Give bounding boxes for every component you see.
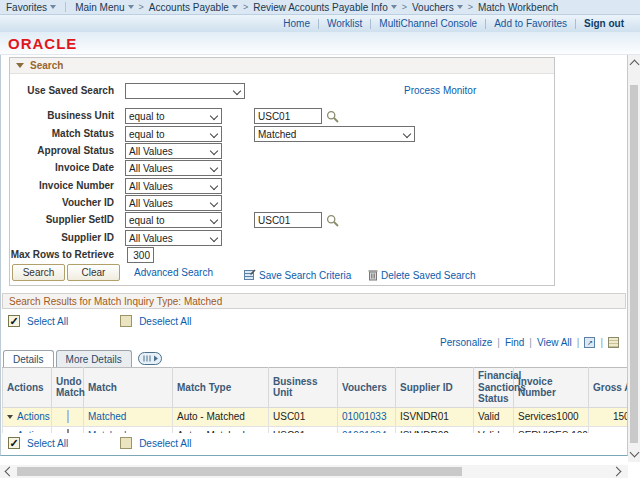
scroll-right-icon[interactable] [612, 467, 622, 477]
logo-bar: ORACLE [0, 32, 640, 55]
select-all-icon[interactable] [8, 315, 20, 327]
save-search-criteria-link[interactable]: Save Search Criteria [259, 270, 351, 281]
vertical-scrollbar[interactable] [628, 55, 640, 462]
advanced-search-link[interactable]: Advanced Search [134, 267, 213, 278]
horizontal-scrollbar-thumb[interactable] [17, 467, 462, 476]
grid-toolbar: Personalize | Find | View All | | [440, 336, 619, 349]
main-menu[interactable]: Main Menu [75, 2, 133, 13]
save-search-criteria-icon [244, 269, 256, 281]
invoice-date-select[interactable]: All Values [125, 160, 222, 176]
invoice-number-label: Invoice Number [10, 180, 114, 191]
divider [65, 2, 66, 12]
show-all-columns-icon[interactable] [138, 352, 162, 365]
col-header-match: Match [84, 368, 173, 408]
results-grid: Actions Undo Match Match Match Type Busi… [2, 367, 627, 433]
match-status-link[interactable]: Matched [88, 430, 126, 433]
home-link[interactable]: Home [283, 18, 310, 29]
select-chevron-icon [210, 130, 218, 138]
select-all-link[interactable]: Select All [27, 438, 68, 449]
actions-dropdown-icon[interactable] [7, 415, 13, 419]
supplier-id-select[interactable]: All Values [125, 230, 222, 246]
process-monitor-link[interactable]: Process Monitor [404, 85, 476, 96]
tab-details[interactable]: Details [3, 350, 54, 367]
match-status-operator-select[interactable]: equal to [125, 126, 222, 142]
grid-download-icon[interactable] [608, 337, 619, 348]
match-status-value-select[interactable]: Matched [254, 126, 415, 142]
grid-popup-window-icon[interactable] [584, 337, 595, 348]
favorites-menu[interactable]: Favorites [6, 2, 56, 13]
divider [318, 19, 319, 29]
select-all-link[interactable]: Select All [27, 316, 68, 327]
supplier-setid-operator-select[interactable]: equal to [125, 212, 222, 228]
top-nav: Home Worklist MultiChannel Console Add t… [0, 15, 640, 32]
supplier-setid-label: Supplier SetID [10, 214, 114, 225]
scroll-down-icon[interactable] [630, 448, 640, 458]
find-link[interactable]: Find [505, 337, 524, 348]
supplier-setid-lookup-icon[interactable] [326, 213, 339, 226]
scroll-left-icon[interactable] [5, 467, 15, 477]
voucher-link[interactable]: 01001034 [342, 430, 387, 433]
main-menu-label: Main Menu [75, 2, 124, 13]
business-unit-operator-select[interactable]: equal to [125, 108, 222, 124]
delete-saved-search-link[interactable]: Delete Saved Search [381, 270, 476, 281]
undo-match-checkbox[interactable] [67, 410, 69, 423]
divider [370, 19, 371, 29]
view-all-link[interactable]: View All [537, 337, 572, 348]
collapse-section-icon[interactable] [16, 63, 24, 68]
match-type-cell: Auto - Matched [173, 426, 269, 433]
business-unit-input[interactable] [254, 108, 322, 124]
invoice-number-select[interactable]: All Values [125, 178, 222, 194]
vertical-scrollbar-thumb[interactable] [630, 85, 638, 443]
clear-button[interactable]: Clear [67, 264, 120, 281]
select-all-icon[interactable] [8, 437, 20, 449]
select-chevron-icon [210, 164, 218, 172]
breadcrumb-accounts-payable[interactable]: Accounts Payable [149, 2, 238, 13]
multichannel-console-link[interactable]: MultiChannel Console [379, 18, 477, 29]
select-chevron-icon [233, 87, 241, 95]
gross-amt-cell: 150,000.00 [589, 407, 628, 426]
voucher-id-label: Voucher ID [10, 197, 114, 208]
sign-out-link[interactable]: Sign out [584, 18, 624, 29]
max-rows-input[interactable] [127, 247, 154, 263]
breadcrumb-review-ap-info[interactable]: Review Accounts Payable Info [253, 2, 397, 13]
col-header-match-type: Match Type [173, 368, 269, 408]
business-unit-lookup-icon[interactable] [326, 109, 339, 122]
deselect-all-link[interactable]: Deselect All [139, 316, 191, 327]
deselect-all-icon[interactable] [120, 437, 132, 449]
personalize-link[interactable]: Personalize [440, 337, 492, 348]
horizontal-scrollbar[interactable] [0, 465, 628, 478]
deselect-all-icon[interactable] [120, 315, 132, 327]
divider [485, 19, 486, 29]
grid-tabs: Details More Details [3, 350, 162, 367]
col-header-invoice-number: Invoice Number [514, 368, 589, 408]
business-unit-label: Business Unit [10, 110, 114, 121]
use-saved-search-select[interactable] [125, 83, 245, 99]
col-header-gross-amt: Gross Amt [589, 368, 628, 408]
voucher-id-select[interactable]: All Values [125, 195, 222, 211]
gross-amt-cell: 93.00 [589, 426, 628, 433]
add-to-favorites-link[interactable]: Add to Favorites [494, 18, 567, 29]
business-unit-cell: USC01 [269, 407, 338, 426]
scroll-up-icon[interactable] [630, 60, 640, 70]
worklist-link[interactable]: Worklist [327, 18, 362, 29]
chevron-down-icon [50, 5, 56, 9]
divider [575, 19, 576, 29]
breadcrumb-vouchers[interactable]: Vouchers [412, 2, 463, 13]
breadcrumb-separator [402, 2, 407, 12]
search-button[interactable]: Search [12, 264, 65, 281]
approval-status-select[interactable]: All Values [125, 143, 222, 159]
grid-header-row: Actions Undo Match Match Match Type Busi… [3, 368, 628, 408]
undo-match-checkbox[interactable] [67, 429, 69, 433]
match-status-link[interactable]: Matched [88, 411, 126, 422]
max-rows-label: Max Rows to Retrieve [10, 249, 114, 260]
chevron-down-icon [232, 5, 238, 9]
row-actions-link[interactable]: Actions [17, 430, 50, 433]
invoice-date-label: Invoice Date [10, 162, 114, 173]
deselect-all-link[interactable]: Deselect All [139, 438, 191, 449]
tab-more-details[interactable]: More Details [56, 350, 132, 367]
supplier-setid-input[interactable] [254, 212, 322, 228]
results-section-header: Search Results for Match Inquiry Type: M… [2, 293, 626, 309]
row-actions-link[interactable]: Actions [17, 411, 50, 422]
voucher-link[interactable]: 01001033 [342, 411, 387, 422]
select-chevron-icon [210, 216, 218, 224]
